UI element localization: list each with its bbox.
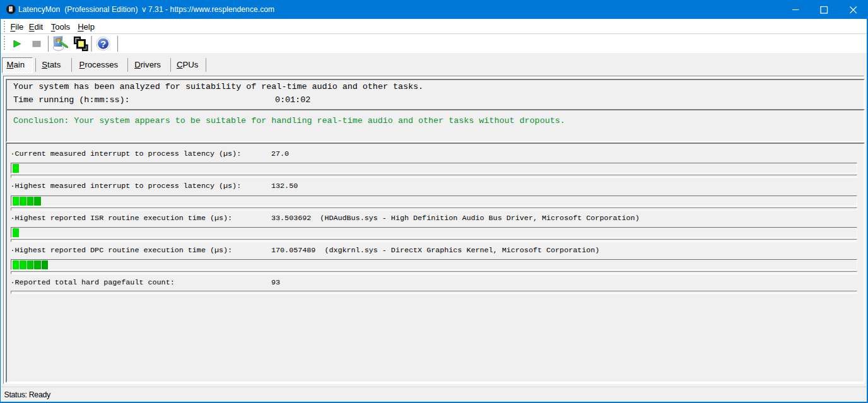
svg-text:?: ? <box>100 38 106 49</box>
